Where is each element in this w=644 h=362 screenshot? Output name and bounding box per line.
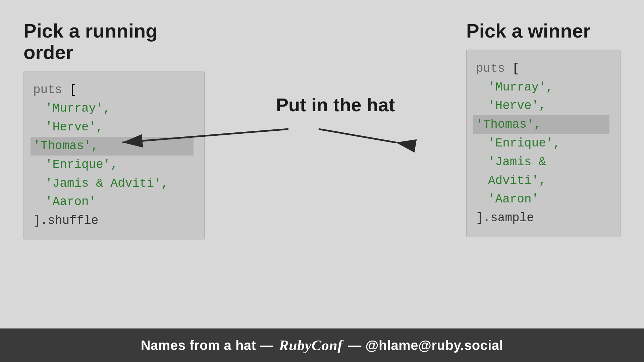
right-panel-title: Pick a winner	[466, 20, 621, 42]
left-name-5: 'Jamis & Adviti',	[33, 174, 194, 193]
left-name-2: 'Herve',	[33, 118, 194, 137]
left-method: ].shuffle	[33, 214, 98, 228]
left-code-box: puts [ 'Murray', 'Herve', 'Thomas', 'Enr…	[23, 71, 205, 240]
right-method: ].sample	[476, 211, 534, 225]
right-code-box: puts [ 'Murray', 'Herve', 'Thomas', 'Enr…	[466, 50, 621, 237]
right-open-bracket: [	[512, 62, 520, 75]
footer-brand: RubyConf	[279, 337, 343, 354]
right-puts-keyword: puts	[476, 62, 505, 75]
footer-text-before: Names from a hat —	[141, 338, 274, 353]
right-name-3: 'Thomas',	[473, 115, 609, 134]
right-name-6: 'Aaron'	[476, 190, 609, 209]
left-name-1: 'Murray',	[33, 99, 194, 118]
left-puts-keyword: puts	[33, 83, 62, 97]
footer: Names from a hat — RubyConf — @hlame@rub…	[0, 328, 644, 362]
put-in-hat-label: Put in the hat	[276, 94, 395, 116]
right-name-1: 'Murray',	[476, 78, 609, 97]
left-panel: Pick a running order puts [ 'Murray', 'H…	[23, 20, 205, 240]
left-open-bracket: [	[69, 83, 77, 97]
left-panel-title: Pick a running order	[23, 20, 205, 63]
left-name-6: 'Aaron'	[33, 193, 194, 212]
center-area: Put in the hat	[205, 20, 466, 116]
right-name-2: 'Herve',	[476, 97, 609, 115]
left-name-3: 'Thomas',	[31, 137, 194, 156]
right-name-4: 'Enrique',	[476, 134, 609, 153]
footer-text-after: — @hlame@ruby.social	[348, 338, 503, 353]
left-name-4: 'Enrique',	[33, 156, 194, 174]
right-panel: Pick a winner puts [ 'Murray', 'Herve', …	[466, 20, 621, 237]
right-name-5: 'Jamis & Adviti',	[476, 153, 609, 190]
footer-text: Names from a hat — RubyConf — @hlame@rub…	[141, 337, 503, 354]
